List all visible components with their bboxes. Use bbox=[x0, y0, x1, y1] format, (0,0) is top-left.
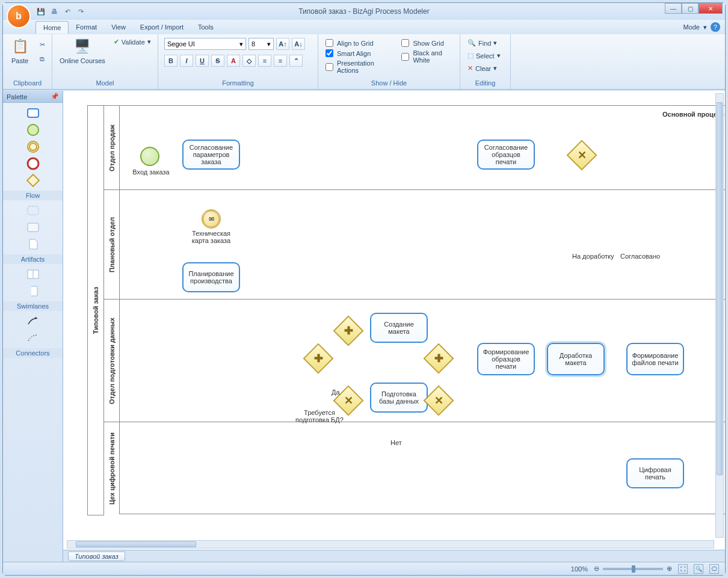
canvas-area[interactable]: Типовой заказ Отдел продаж Основной проц… bbox=[63, 91, 725, 562]
horizontal-scrollbar[interactable] bbox=[67, 540, 714, 549]
svg-rect-5 bbox=[27, 174, 39, 186]
task-create-layout[interactable]: Создание макета bbox=[370, 313, 428, 343]
print-icon[interactable]: 🖶 bbox=[49, 6, 60, 17]
redo-icon[interactable]: ↷ bbox=[75, 6, 86, 17]
svg-point-1 bbox=[28, 125, 39, 135]
menubar: Home Format View Export / Import Tools M… bbox=[3, 20, 725, 34]
lane-planning[interactable]: Плановый отдел ✉ Техническая карта заказ… bbox=[104, 190, 725, 300]
window-controls: — ▢ ✕ bbox=[665, 3, 723, 14]
palette-dataobject-icon[interactable] bbox=[26, 238, 40, 251]
align-top-button[interactable]: ⌃ bbox=[289, 55, 303, 67]
task-planning[interactable]: Планирование производства bbox=[182, 262, 240, 292]
palette-title: Palette bbox=[7, 93, 27, 100]
vertical-scrollbar[interactable] bbox=[715, 93, 724, 538]
gateway-parallel-split[interactable]: ✚ bbox=[303, 343, 334, 374]
maximize-button[interactable]: ▢ bbox=[682, 3, 699, 14]
align-center-button[interactable]: ≡ bbox=[274, 55, 287, 67]
clear-button[interactable]: ✕Clear▾ bbox=[466, 63, 498, 73]
zoom-label: 100% bbox=[571, 565, 588, 573]
titlebar: b 💾 🖶 ↶ ↷ Типовой заказ - BizAgi Process… bbox=[3, 3, 725, 20]
svg-point-4 bbox=[28, 158, 39, 169]
smart-align-checkbox[interactable]: Smart Align bbox=[324, 48, 388, 58]
italic-button[interactable]: I bbox=[180, 55, 193, 67]
doc-tab[interactable]: Типовой заказ bbox=[68, 552, 125, 561]
task-rework-layout[interactable]: Доработка макета bbox=[547, 343, 605, 375]
task-form-samples[interactable]: Формирование образцов печати bbox=[477, 343, 535, 375]
message-event[interactable]: ✉ bbox=[202, 209, 221, 229]
strike-button[interactable]: S bbox=[211, 55, 224, 67]
gateway-db-merge[interactable]: ✕ bbox=[424, 386, 454, 416]
palette-association-icon[interactable] bbox=[26, 331, 40, 345]
tab-export[interactable]: Export / Import bbox=[133, 21, 191, 33]
gateway-parallel-join[interactable]: ✚ bbox=[424, 343, 454, 374]
font-family-combo[interactable]: Segoe UI▾ bbox=[164, 38, 246, 50]
palette-gateway-icon[interactable] bbox=[26, 174, 40, 187]
tab-format[interactable]: Format bbox=[69, 21, 104, 33]
lane-printing[interactable]: Цех цифровой печати Нет Цифровая печать bbox=[104, 422, 725, 514]
font-color-button[interactable]: A bbox=[227, 55, 240, 67]
pool-label: Типовой заказ bbox=[92, 287, 99, 334]
palette-end-event-icon[interactable] bbox=[26, 157, 40, 170]
search-icon[interactable]: 🔍 bbox=[694, 564, 703, 574]
palette-subprocess-icon[interactable] bbox=[26, 204, 40, 217]
minimize-button[interactable]: — bbox=[665, 3, 682, 14]
lane-sales[interactable]: Отдел продаж Основной процесс Вход заказ… bbox=[104, 106, 725, 190]
presentation-actions-checkbox[interactable]: Presentation Actions bbox=[324, 58, 388, 75]
pin-icon[interactable]: 📌 bbox=[51, 93, 59, 100]
document-tabs: Типовой заказ bbox=[63, 550, 725, 562]
palette-group-icon[interactable] bbox=[26, 268, 40, 281]
task-form-print-files[interactable]: Формирование файлов печати bbox=[626, 343, 684, 375]
grow-font-icon[interactable]: A↑ bbox=[276, 38, 289, 50]
underline-button[interactable]: U bbox=[196, 55, 209, 67]
font-size-combo[interactable]: 8▾ bbox=[248, 38, 274, 50]
fill-color-button[interactable]: ◇ bbox=[242, 55, 256, 67]
palette-start-event-icon[interactable] bbox=[26, 123, 40, 137]
tab-view[interactable]: View bbox=[104, 21, 133, 33]
lane-dataprep[interactable]: Отдел подготовки данных ✚ ✚ ✕ Требуется … bbox=[104, 300, 725, 422]
online-courses-button[interactable]: 🖥️Online Courses bbox=[56, 35, 109, 66]
close-button[interactable]: ✕ bbox=[699, 3, 723, 14]
black-white-checkbox[interactable]: Black and White bbox=[400, 48, 454, 65]
align-to-grid-checkbox[interactable]: Align to Grid bbox=[324, 38, 388, 48]
app-menu-button[interactable]: b bbox=[7, 4, 31, 28]
shrink-font-icon[interactable]: A↓ bbox=[292, 38, 305, 50]
save-icon[interactable]: 💾 bbox=[35, 6, 46, 17]
cut-icon[interactable]: ✂ bbox=[35, 38, 49, 51]
help-icon[interactable]: ? bbox=[711, 22, 720, 32]
validate-button[interactable]: ✔Validate▾ bbox=[111, 35, 153, 48]
gateway-top[interactable]: ✚ bbox=[333, 316, 364, 346]
tab-home[interactable]: Home bbox=[35, 21, 69, 34]
show-grid-checkbox[interactable]: Show Grid bbox=[400, 38, 454, 48]
fit-page-icon[interactable]: ⛶ bbox=[678, 564, 688, 574]
undo-icon[interactable]: ↶ bbox=[62, 6, 73, 17]
select-button[interactable]: ⬚Select▾ bbox=[466, 51, 502, 61]
task-agree-params[interactable]: Согласование параметров заказа bbox=[182, 140, 240, 170]
pool[interactable]: Типовой заказ Отдел продаж Основной проц… bbox=[87, 105, 725, 514]
copy-icon[interactable]: ⧉ bbox=[35, 52, 49, 66]
monitor-icon[interactable]: 🖵 bbox=[709, 564, 719, 574]
palette-callactivity-icon[interactable] bbox=[26, 221, 40, 234]
gateway-approval[interactable]: ✕ bbox=[567, 140, 597, 171]
ribbon: 📋Paste ✂ ⧉ Clipboard 🖥️Online Courses ✔V… bbox=[3, 34, 725, 90]
tab-tools[interactable]: Tools bbox=[191, 21, 221, 33]
task-agree-samples[interactable]: Согласование образцов печати bbox=[477, 140, 535, 170]
svg-rect-6 bbox=[28, 206, 39, 215]
svg-rect-0 bbox=[28, 109, 39, 117]
paste-button[interactable]: 📋Paste bbox=[7, 35, 33, 66]
find-button[interactable]: 🔍Find▾ bbox=[466, 38, 498, 48]
svg-rect-7 bbox=[28, 223, 39, 232]
task-digital-print[interactable]: Цифровая печать bbox=[626, 458, 684, 488]
window-title: Типовой заказ - BizAgi Process Modeler bbox=[298, 7, 429, 16]
palette-intermediate-event-icon[interactable] bbox=[26, 140, 40, 153]
bold-button[interactable]: B bbox=[164, 55, 177, 67]
palette-sequence-flow-icon[interactable] bbox=[26, 315, 40, 328]
palette-task-icon[interactable] bbox=[26, 106, 40, 120]
start-event[interactable] bbox=[140, 147, 159, 166]
palette-annotation-icon[interactable] bbox=[26, 284, 40, 298]
mode-dropdown[interactable]: Mode bbox=[683, 23, 700, 31]
zoom-slider[interactable]: ⊖⊕ bbox=[594, 565, 672, 573]
workspace: Palette📌 Flow Artifacts Swimlanes bbox=[3, 91, 725, 562]
statusbar: 100% ⊖⊕ ⛶ 🔍 🖵 bbox=[3, 562, 725, 575]
task-prepare-db[interactable]: Подготовка базы данных bbox=[370, 383, 428, 413]
align-left-button[interactable]: ≡ bbox=[258, 55, 271, 67]
